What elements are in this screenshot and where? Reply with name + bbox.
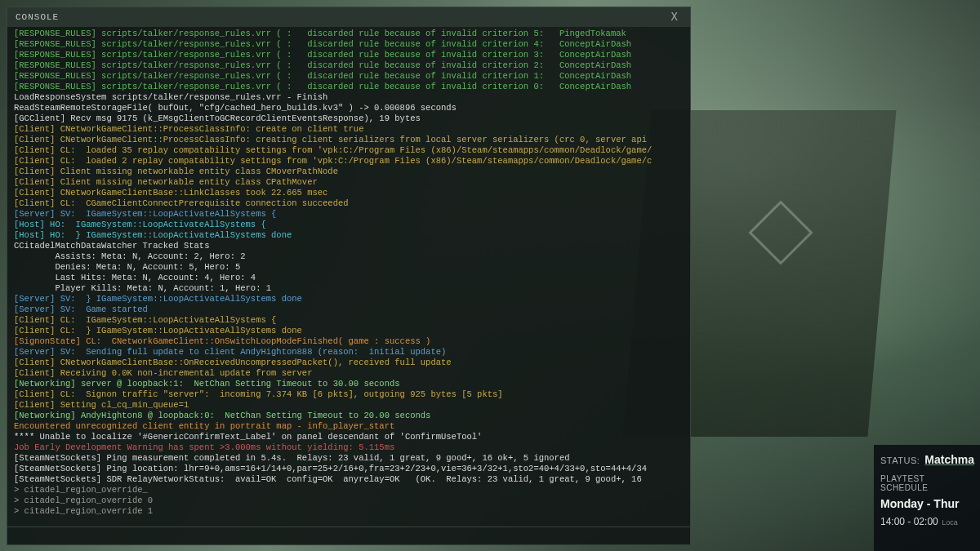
status-row: STATUS: Matchma [880, 453, 973, 466]
console-log-line: [Client] CL: } IGameSystem::LoopActivate… [14, 326, 684, 336]
console-log-line: ReadSteamRemoteStorageFile( bufOut, "cfg… [14, 103, 684, 113]
console-log-line: [Client] CNetworkGameClient::ProcessClas… [14, 135, 684, 145]
console-log-line: [RESPONSE_RULES] scripts/talker/response… [14, 39, 684, 50]
console-log-line: > citadel_region_override 0 [14, 495, 684, 506]
console-log-line: [RESPONSE_RULES] scripts/talker/response… [14, 71, 684, 82]
developer-console: CONSOLE X [RESPONSE_RULES] scripts/talke… [7, 7, 691, 545]
console-log-line: [Server] SV: } IGameSystem::LoopActivate… [14, 294, 684, 304]
console-log-line: [Host] HO: } IGameSystem::LoopActivateAl… [14, 230, 684, 241]
playtest-schedule-label: PLAYTEST SCHEDULE [880, 474, 973, 492]
console-input[interactable] [7, 527, 690, 544]
console-log-line: **** Unable to localize '#GenericConfirm… [14, 432, 684, 442]
console-log-line: [GCClient] Recv msg 9175 (k_EMsgClientTo… [14, 113, 684, 124]
console-log-line: [Client] CNetworkGameClientBase::OnRecei… [14, 358, 684, 368]
console-log-line: [RESPONSE_RULES] scripts/talker/response… [14, 29, 684, 39]
console-log-line: Player Kills: Meta: N, Account: 1, Hero:… [14, 283, 684, 294]
console-log-line: [SteamNetSockets] SDR RelayNetworkStatus… [14, 474, 684, 485]
playtest-schedule-day: Monday - Thur [880, 497, 973, 510]
console-log-line: [RESPONSE_RULES] scripts/talker/response… [14, 50, 684, 60]
console-log-line: [Client] Receiving 0.0K non-incremental … [14, 368, 684, 379]
console-log-line: [Client] CL: CGameClientConnectPrerequis… [14, 198, 684, 209]
status-value: Matchma [924, 453, 974, 466]
console-log-line: [Server] SV: Game started [14, 304, 684, 315]
console-log-line: [SignonState] CL: CNetworkGameClient::On… [14, 336, 684, 347]
console-log-line: [Host] HO: IGameSystem::LoopActivateAllS… [14, 220, 684, 230]
console-log-line: [SteamNetSockets] Ping measurement compl… [14, 453, 684, 464]
console-log-line: [Client] CNetworkGameClientBase::LinkCla… [14, 188, 684, 198]
console-log-line: [Networking] AndyHighton8 @ loopback:0: … [14, 411, 684, 421]
console-log-line: [SteamNetSockets] Ping location: lhr=9+0… [14, 464, 684, 474]
console-log-line: > citadel_region_override_ [14, 485, 684, 495]
console-log-line: [Client] CL: Signon traffic "server": in… [14, 389, 684, 400]
console-log-line: Encountered unrecognized client entity i… [14, 421, 684, 432]
console-log-line: LoadResponseSystem scripts/talker/respon… [14, 92, 684, 103]
console-log-line: > citadel_region_override 1 [14, 506, 684, 517]
console-log-line: [RESPONSE_RULES] scripts/talker/response… [14, 82, 684, 92]
status-panel: STATUS: Matchma PLAYTEST SCHEDULE Monday… [874, 445, 980, 551]
console-log-line: [Client] Client missing networkable enti… [14, 167, 684, 177]
playtest-schedule-time-row: 14:00 - 02:00 Loca [880, 513, 973, 528]
console-log-line: [Server] SV: IGameSystem::LoopActivateAl… [14, 209, 684, 220]
console-log-line: [Client] CL: loaded 2 replay compatabili… [14, 156, 684, 167]
console-log-line: [Client] Setting cl_cq_min_queue=1 [14, 400, 684, 411]
console-log-line: Last Hits: Meta: N, Account: 4, Hero: 4 [14, 273, 684, 283]
console-log-line: [Client] CNetworkGameClient::ProcessClas… [14, 124, 684, 135]
console-log-line: [Client] Client missing networkable enti… [14, 177, 684, 188]
console-log-line: [Server] SV: Sending full update to clie… [14, 347, 684, 358]
console-log[interactable]: [RESPONSE_RULES] scripts/talker/response… [7, 27, 690, 527]
console-header: CONSOLE X [7, 7, 690, 27]
console-log-line: [RESPONSE_RULES] scripts/talker/response… [14, 60, 684, 71]
console-log-line: [Client] CL: loaded 35 replay compatabil… [14, 145, 684, 156]
status-label: STATUS: [880, 455, 920, 465]
console-log-line: [Networking] server @ loopback:1: NetCha… [14, 379, 684, 389]
console-log-line: Job Early Development Warning has spent … [14, 442, 684, 453]
console-log-line: CCitadelMatchDataWatcher Tracked Stats [14, 241, 684, 251]
console-log-line: Denies: Meta: N, Account: 5, Hero: 5 [14, 262, 684, 273]
playtest-schedule-time: 14:00 - 02:00 [880, 516, 938, 527]
playtest-schedule-tz: Loca [942, 518, 958, 527]
console-log-line: [Client] CL: IGameSystem::LoopActivateAl… [14, 315, 684, 326]
console-title: CONSOLE [16, 12, 59, 22]
console-log-line: Assists: Meta: N, Account: 2, Hero: 2 [14, 251, 684, 262]
close-icon[interactable]: X [668, 11, 682, 24]
